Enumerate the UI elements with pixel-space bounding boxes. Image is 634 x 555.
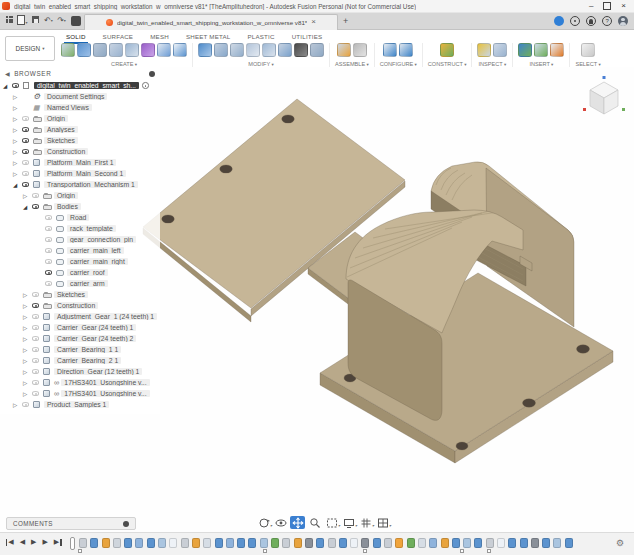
visibility-eye-icon[interactable] xyxy=(45,226,56,230)
visibility-eye-icon[interactable] xyxy=(32,325,43,329)
timeline-feature-icon[interactable] xyxy=(90,538,98,548)
viewport-canvas[interactable]: ◀ BROWSER ∞ digital_twin_enabled_smart_s… xyxy=(0,67,634,555)
browser-tree-row[interactable]: ∞ Document Settings xyxy=(0,91,160,102)
skip-to-end-button[interactable]: ▶ xyxy=(54,538,62,546)
timeline-feature-icon[interactable] xyxy=(418,538,426,548)
timeline-feature-icon[interactable] xyxy=(553,538,561,548)
timeline-feature-icon[interactable] xyxy=(192,538,200,548)
notifications-icon[interactable] xyxy=(586,16,596,26)
browser-tree-row[interactable]: ∞ Transportation_Mechanism 1 xyxy=(0,179,160,190)
expand-arrow-icon[interactable] xyxy=(13,127,22,133)
ribbon-tab[interactable]: PLASTIC xyxy=(246,30,277,44)
ribbon-tool-icon[interactable] xyxy=(246,43,260,57)
timeline-feature-icon[interactable] xyxy=(486,538,494,548)
expand-arrow-icon[interactable] xyxy=(23,380,32,386)
comments-bar[interactable]: COMMENTS xyxy=(6,517,136,530)
timeline-feature-icon[interactable] xyxy=(350,538,358,548)
browser-tree-row[interactable]: ∞ carrier_arm xyxy=(0,278,160,289)
minimize-button[interactable]: – xyxy=(589,2,593,10)
visibility-eye-icon[interactable] xyxy=(32,303,43,307)
profile-avatar[interactable] xyxy=(618,16,628,26)
expand-arrow-icon[interactable] xyxy=(23,204,32,210)
timeline-feature-icon[interactable] xyxy=(339,538,347,548)
timeline-roll-marker[interactable] xyxy=(78,549,82,553)
timeline-feature-icon[interactable] xyxy=(463,538,471,548)
timeline-position-marker[interactable] xyxy=(70,537,75,550)
timeline-feature-icon[interactable] xyxy=(260,538,268,548)
workspace-selector[interactable]: DESIGN ▾ xyxy=(5,36,55,61)
expand-arrow-icon[interactable] xyxy=(23,292,32,298)
display-settings-button[interactable]: ▾ xyxy=(341,516,356,529)
play-button[interactable]: ▶ xyxy=(31,538,36,546)
timeline-feature-icon[interactable] xyxy=(407,538,415,548)
ribbon-tool-icon[interactable] xyxy=(477,43,491,57)
timeline-feature-icon[interactable] xyxy=(147,538,155,548)
help-icon[interactable] xyxy=(602,16,612,26)
expand-arrow-icon[interactable] xyxy=(23,358,32,364)
expand-arrow-icon[interactable] xyxy=(23,369,32,375)
timeline-feature-icon[interactable] xyxy=(169,538,177,548)
job-status-icon[interactable] xyxy=(554,16,564,26)
ribbon-tool-icon[interactable] xyxy=(61,43,75,57)
browser-tree-row[interactable]: ∞ 17HS3401_Usongshine v... xyxy=(0,377,160,388)
visibility-eye-icon[interactable] xyxy=(45,281,56,285)
maximize-button[interactable] xyxy=(603,2,611,10)
expand-arrow-icon[interactable] xyxy=(13,105,22,111)
browser-tree-row[interactable]: ∞ Construction xyxy=(0,146,160,157)
expand-arrow-icon[interactable] xyxy=(3,83,12,89)
visibility-eye-icon[interactable] xyxy=(32,314,43,318)
timeline-feature-icon[interactable] xyxy=(158,538,166,548)
ribbon-tool-icon[interactable] xyxy=(383,43,397,57)
expand-arrow-icon[interactable] xyxy=(23,314,32,320)
expand-arrow-icon[interactable] xyxy=(13,149,22,155)
ribbon-tool-icon[interactable] xyxy=(399,43,413,57)
activate-component-radio[interactable] xyxy=(142,82,149,89)
visibility-eye-icon[interactable] xyxy=(22,160,33,164)
ribbon-tool-icon[interactable] xyxy=(109,43,123,57)
browser-tree-row[interactable]: ∞ Bodies xyxy=(0,201,160,212)
visibility-eye-icon[interactable] xyxy=(22,116,33,120)
ribbon-tab[interactable]: SHEET METAL xyxy=(184,30,233,44)
ribbon-tool-icon[interactable] xyxy=(93,43,107,57)
ribbon-tool-icon[interactable] xyxy=(440,43,454,57)
visibility-eye-icon[interactable] xyxy=(32,292,43,296)
browser-tree-row[interactable]: ∞ Adjustment_Gear_1 (24 teeth) 1 xyxy=(0,311,160,322)
browser-tree-row[interactable]: ∞ Sketches xyxy=(0,135,160,146)
expand-arrow-icon[interactable] xyxy=(13,402,22,408)
timeline-feature-icon[interactable] xyxy=(135,538,143,548)
browser-tree-row[interactable]: ∞ Construction xyxy=(0,300,160,311)
visibility-eye-icon[interactable] xyxy=(12,83,23,87)
ribbon-tab[interactable]: UTILITIES xyxy=(290,30,325,44)
expand-arrow-icon[interactable] xyxy=(23,336,32,342)
timeline-feature-icon[interactable] xyxy=(282,538,290,548)
browser-tree-row[interactable]: ∞ rack_template xyxy=(0,223,160,234)
ribbon-tool-icon[interactable] xyxy=(294,43,308,57)
expand-arrow-icon[interactable] xyxy=(23,391,32,397)
timeline-feature-icon[interactable] xyxy=(520,538,528,548)
timeline-roll-marker[interactable] xyxy=(487,549,491,553)
visibility-eye-icon[interactable] xyxy=(32,336,43,340)
ribbon-tool-icon[interactable] xyxy=(278,43,292,57)
timeline-feature-icon[interactable] xyxy=(181,538,189,548)
timeline-feature-icon[interactable] xyxy=(328,538,336,548)
expand-arrow-icon[interactable] xyxy=(23,347,32,353)
look-at-button[interactable] xyxy=(273,516,288,529)
fit-button[interactable]: ▾ xyxy=(324,516,339,529)
timeline-feature-icon[interactable] xyxy=(361,538,369,548)
timeline-feature-icon[interactable] xyxy=(474,538,482,548)
step-forward-button[interactable]: ▶ xyxy=(42,538,47,546)
expand-arrow-icon[interactable] xyxy=(13,138,22,144)
model-viewport[interactable] xyxy=(140,70,634,510)
timeline-roll-marker[interactable] xyxy=(363,549,367,553)
browser-display-dot-icon[interactable] xyxy=(149,71,155,77)
timeline-feature-icon[interactable] xyxy=(395,538,403,548)
ribbon-tool-icon[interactable] xyxy=(230,43,244,57)
ribbon-tool-icon[interactable] xyxy=(518,43,532,57)
timeline-feature-icon[interactable] xyxy=(203,538,211,548)
browser-tree-row[interactable]: ∞ Direction_Gear (12 teeth) 1 xyxy=(0,366,160,377)
visibility-eye-icon[interactable] xyxy=(45,248,56,252)
timeline-feature-icon[interactable] xyxy=(316,538,324,548)
browser-tree-row[interactable]: ∞ Platform_Main_Second 1 xyxy=(0,168,160,179)
timeline-feature-icon[interactable] xyxy=(565,538,573,548)
timeline-feature-icon[interactable] xyxy=(305,538,313,548)
